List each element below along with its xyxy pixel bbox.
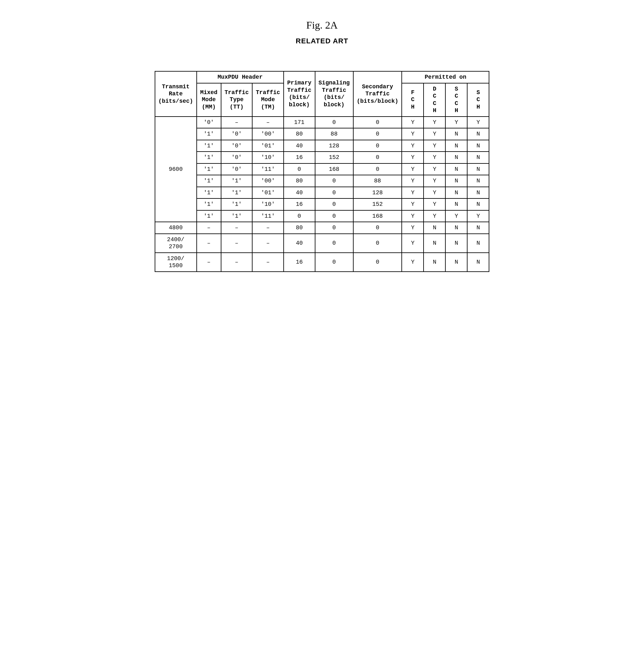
header-dcch: DCCH [423,83,446,117]
cell-mm: '1' [197,128,221,140]
cell-scch: N [446,199,467,210]
cell-tt: '0' [221,128,252,140]
cell-tt: '0' [221,163,252,175]
cell-signaling: 168 [315,163,353,175]
cell-fch: Y [402,128,423,140]
cell-secondary: 88 [353,175,402,187]
cell-tt: '1' [221,187,252,199]
cell-mm: '1' [197,187,221,199]
cell-scch: N [446,128,467,140]
cell-tm: – [252,222,284,234]
cell-mm: – [197,222,221,234]
table-row: '1''0''01'401280YYNN [155,140,489,152]
cell-tm: '01' [252,140,284,152]
cell-signaling: 0 [315,253,353,272]
cell-tt: '0' [221,140,252,152]
cell-fch: Y [402,234,423,253]
header-scch: SCCH [446,83,467,117]
cell-secondary: 0 [353,128,402,140]
cell-mm: '1' [197,152,221,163]
table-row: '1''1''11'00168YYYY [155,210,489,222]
cell-primary: 171 [284,117,315,128]
cell-signaling: 0 [315,234,353,253]
table-row: '1''0''10'161520YYNN [155,152,489,163]
cell-primary: 40 [284,187,315,199]
cell-fch: Y [402,163,423,175]
cell-sch: N [467,128,489,140]
cell-tm: '00' [252,175,284,187]
cell-dcch: Y [423,199,446,210]
cell-mm: '1' [197,163,221,175]
cell-tt: '1' [221,199,252,210]
cell-signaling: 0 [315,222,353,234]
figure-subtitle: RELATED ART [26,37,618,45]
cell-secondary: 0 [353,253,402,272]
cell-signaling: 88 [315,128,353,140]
header-fch: FCH [402,83,423,117]
cell-sch: Y [467,117,489,128]
cell-tt: – [221,117,252,128]
cell-rate: 9600 [155,117,197,222]
cell-primary: 80 [284,222,315,234]
cell-signaling: 0 [315,117,353,128]
cell-secondary: 0 [353,234,402,253]
cell-sch: N [467,140,489,152]
cell-tm: '10' [252,199,284,210]
cell-tm: '11' [252,163,284,175]
table-row: '1''1''10'160152YYNN [155,199,489,210]
cell-scch: N [446,253,467,272]
table-row: 4800–––8000YNNN [155,222,489,234]
cell-tt: – [221,253,252,272]
cell-dcch: Y [423,128,446,140]
cell-scch: N [446,152,467,163]
table-row: 1200/1500–––1600YNNN [155,253,489,272]
header-tt: TrafficType(TT) [221,83,252,117]
cell-rate: 4800 [155,222,197,234]
cell-sch: N [467,152,489,163]
cell-scch: Y [446,210,467,222]
cell-primary: 80 [284,128,315,140]
cell-sch: N [467,234,489,253]
cell-secondary: 0 [353,152,402,163]
table-row: 2400/2700–––4000YNNN [155,234,489,253]
cell-scch: N [446,187,467,199]
cell-mm: '1' [197,199,221,210]
cell-signaling: 0 [315,210,353,222]
figure-title: Fig. 2A [26,19,618,31]
cell-mm: '1' [197,210,221,222]
cell-fch: Y [402,222,423,234]
table-row: '1''1''01'400128YYNN [155,187,489,199]
cell-sch: N [467,163,489,175]
cell-scch: N [446,175,467,187]
cell-scch: N [446,163,467,175]
cell-tt: '1' [221,210,252,222]
cell-primary: 0 [284,163,315,175]
cell-secondary: 0 [353,222,402,234]
header-tm: TrafficMode(TM) [252,83,284,117]
cell-primary: 16 [284,152,315,163]
cell-dcch: N [423,234,446,253]
cell-sch: N [467,187,489,199]
cell-scch: N [446,222,467,234]
cell-secondary: 0 [353,117,402,128]
header-sch: SCH [467,83,489,117]
cell-fch: Y [402,253,423,272]
header-mm: MixedMode(MM) [197,83,221,117]
cell-fch: Y [402,187,423,199]
header-primary: PrimaryTraffic(bits/block) [284,71,315,117]
table-body: 9600'0'––17100YYYY'1''0''00'80880YYNN'1'… [155,117,489,272]
cell-tt: – [221,222,252,234]
cell-primary: 16 [284,199,315,210]
table-row: '1''0''00'80880YYNN [155,128,489,140]
cell-tt: '0' [221,152,252,163]
cell-primary: 40 [284,140,315,152]
cell-fch: Y [402,199,423,210]
cell-mm: '1' [197,175,221,187]
cell-secondary: 0 [353,140,402,152]
cell-dcch: Y [423,187,446,199]
cell-rate: 1200/1500 [155,253,197,272]
cell-signaling: 0 [315,175,353,187]
cell-dcch: Y [423,175,446,187]
cell-tm: '01' [252,187,284,199]
cell-sch: N [467,253,489,272]
